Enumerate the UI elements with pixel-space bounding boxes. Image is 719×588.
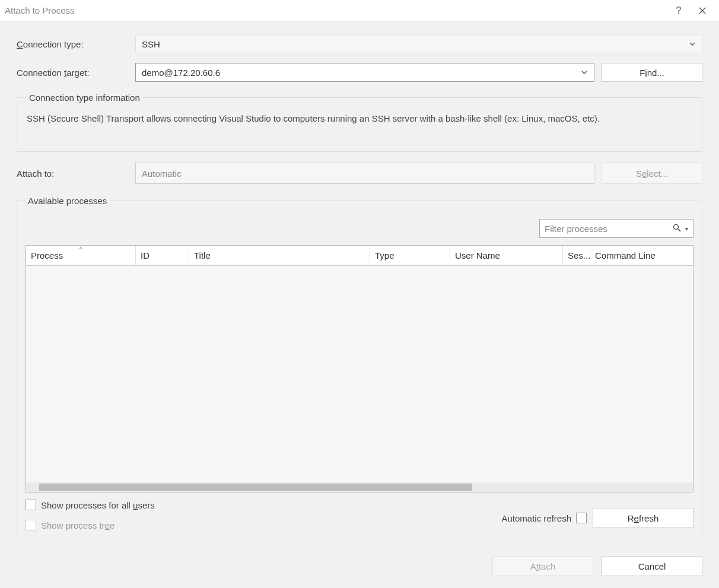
- connection-type-info-group: Connection type information SSH (Secure …: [17, 93, 702, 152]
- cancel-button[interactable]: Cancel: [602, 556, 702, 576]
- column-id[interactable]: ID: [136, 246, 189, 265]
- filter-row: Filter processes ▾: [26, 219, 693, 238]
- svg-line-3: [678, 229, 680, 231]
- attach-button: Attach: [492, 556, 593, 576]
- connection-type-value: SSH: [142, 39, 160, 49]
- available-processes-legend: Available processes: [26, 196, 109, 206]
- checkbox-icon: [26, 500, 36, 510]
- connection-target-value: demo@172.20.60.6: [142, 68, 220, 78]
- help-button[interactable]: ?: [667, 2, 691, 19]
- connection-target-row: Connection target: demo@172.20.60.6 Find…: [17, 63, 702, 82]
- chevron-down-icon: [581, 68, 588, 78]
- scrollbar-thumb[interactable]: [39, 484, 472, 491]
- column-type[interactable]: Type: [370, 246, 450, 265]
- checkbox-icon: [576, 513, 587, 523]
- attach-to-field: Automatic: [135, 163, 594, 184]
- filter-dropdown-icon[interactable]: ▾: [685, 225, 688, 232]
- connection-type-info-text: SSH (Secure Shell) Transport allows conn…: [27, 112, 692, 126]
- search-icon: [672, 223, 682, 234]
- connection-type-row: Connection type: SSH: [17, 36, 702, 52]
- automatic-refresh-label: Automatic refresh: [501, 513, 571, 523]
- process-grid: Process ⌃ ID Title Type User Name Ses...…: [26, 245, 693, 492]
- connection-type-dropdown[interactable]: SSH: [135, 36, 702, 52]
- connection-type-label: Connection type:: [17, 39, 135, 49]
- attach-to-row: Attach to: Automatic Select...: [17, 163, 702, 184]
- show-all-users-checkbox[interactable]: Show processes for all users: [26, 500, 501, 510]
- checkbox-icon: [26, 520, 36, 530]
- column-command-line[interactable]: Command Line: [590, 246, 693, 265]
- refresh-controls: Automatic refresh Refresh: [501, 508, 693, 528]
- attach-to-process-dialog: Attach to Process ? Connection type: SSH: [0, 0, 719, 588]
- sort-ascending-icon: ⌃: [78, 246, 83, 253]
- chevron-down-icon: [689, 39, 696, 49]
- available-processes-group: Available processes Filter processes ▾: [17, 196, 702, 539]
- close-button[interactable]: [691, 2, 714, 19]
- grid-header: Process ⌃ ID Title Type User Name Ses...…: [26, 246, 693, 266]
- connection-target-input[interactable]: demo@172.20.60.6: [135, 63, 594, 82]
- attach-to-value: Automatic: [142, 169, 182, 179]
- column-process[interactable]: Process ⌃: [26, 246, 136, 265]
- attach-to-label: Attach to:: [17, 169, 135, 179]
- below-grid-controls: Show processes for all users Show proces…: [26, 500, 693, 530]
- horizontal-scrollbar[interactable]: [26, 482, 693, 492]
- dialog-footer: Attach Cancel: [17, 550, 702, 576]
- column-user-name[interactable]: User Name: [450, 246, 563, 265]
- checkbox-column: Show processes for all users Show proces…: [26, 500, 501, 530]
- find-button[interactable]: Find...: [602, 63, 702, 82]
- grid-body[interactable]: [26, 266, 693, 482]
- show-all-users-label: Show processes for all users: [41, 500, 155, 510]
- refresh-button[interactable]: Refresh: [593, 508, 693, 528]
- close-icon: [698, 7, 707, 15]
- connection-target-label: Connection target:: [17, 68, 135, 78]
- show-process-tree-checkbox: Show process tree: [26, 520, 501, 530]
- show-process-tree-label: Show process tree: [41, 520, 114, 530]
- column-session[interactable]: Ses...: [563, 246, 590, 265]
- window-title: Attach to Process: [5, 5, 667, 15]
- select-button: Select...: [602, 163, 702, 184]
- titlebar: Attach to Process ?: [0, 0, 719, 21]
- svg-point-2: [674, 224, 679, 229]
- automatic-refresh-checkbox[interactable]: Automatic refresh: [501, 513, 587, 523]
- column-title[interactable]: Title: [189, 246, 370, 265]
- dialog-body: Connection type: SSH Connection target: …: [0, 21, 719, 588]
- filter-processes-input[interactable]: Filter processes ▾: [539, 219, 693, 238]
- filter-placeholder: Filter processes: [545, 224, 669, 234]
- connection-type-info-legend: Connection type information: [27, 93, 142, 103]
